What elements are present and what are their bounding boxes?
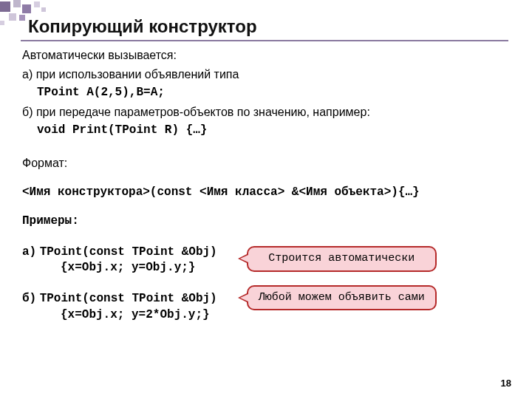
page-number: 18 bbox=[501, 378, 511, 389]
example-b-label: б) bbox=[22, 292, 36, 305]
page-title: Копирующий конструктор bbox=[28, 16, 517, 37]
callout-manual: Любой можем объявить сами bbox=[247, 285, 437, 311]
callout-auto: Строится автоматически bbox=[247, 246, 437, 272]
callout-manual-text: Любой можем объявить сами bbox=[259, 291, 425, 304]
intro-line-1: Автоматически вызывается: bbox=[22, 47, 514, 64]
example-b-signature: TPoint(const TPoint &Obj) bbox=[40, 292, 217, 305]
example-a-body: {x=Obj.x; y=Obj.y;} bbox=[61, 260, 217, 276]
examples-label: Примеры: bbox=[22, 214, 514, 230]
format-code: <Имя конструктора>(const <Имя класса> &<… bbox=[22, 185, 514, 201]
callout-tail-icon bbox=[238, 293, 248, 303]
example-a-signature: TPoint(const TPoint &Obj) bbox=[40, 245, 217, 259]
example-b-body: {x=Obj.x; y=2*Obj.y;} bbox=[61, 307, 217, 324]
intro-code-2: void Print(TPoint R) {…} bbox=[37, 123, 514, 139]
intro-line-3: б) при передаче параметров-объектов по з… bbox=[22, 104, 514, 120]
intro-line-2: а) при использовании объявлений типа bbox=[22, 66, 514, 83]
title-underline bbox=[21, 40, 508, 41]
example-a-label: а) bbox=[22, 245, 36, 259]
callout-auto-text: Строится автоматически bbox=[268, 252, 415, 265]
format-label: Формат: bbox=[22, 155, 514, 171]
slide-content: Автоматически вызывается: а) при использ… bbox=[22, 47, 514, 323]
intro-code-1: TPoint A(2,5),B=A; bbox=[37, 85, 514, 101]
callout-tail-icon bbox=[238, 253, 248, 264]
